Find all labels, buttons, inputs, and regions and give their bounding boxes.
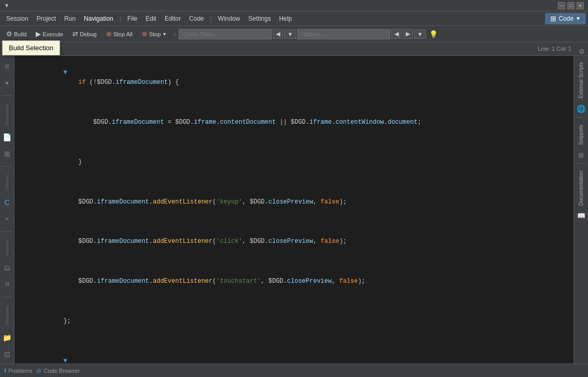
stop-label: Stop [149,31,161,37]
execute-label: Execute [42,31,63,37]
sidebar-icon-4[interactable]: ⊟ [1,278,13,291]
sidebar-projects-icon[interactable]: 🗂 [1,262,13,274]
sidebar-sep-4 [2,297,12,297]
menu-edit[interactable]: Edit [141,13,160,24]
settings-gear-icon[interactable]: ⚙ [576,48,588,55]
title-bar-controls: ─ □ ✕ [558,2,584,9]
code-editor[interactable]: ▼ if (!$DGD.iframeDocument) { $DGD.ifram… [14,56,574,364]
sidebar-collapse-icon[interactable]: ☰ [1,60,13,72]
code-btn-arrow: ▼ [576,16,581,21]
menu-session[interactable]: Session [2,13,33,24]
stop-all-button[interactable]: ⊗ Stop All [102,28,137,39]
toolbar: ⚙ Build ▶ Execute ⇄ Debug ⊗ Stop All ⊗ S… [0,26,588,42]
sidebar-documentation-label[interactable]: Documentation [576,167,586,210]
toolbar-sep-1: » [172,31,178,38]
build-selection-tooltip: Build Selection [2,40,60,55]
menu-editor[interactable]: Editor [160,13,185,24]
code-line: }; [19,297,569,337]
sidebar-filesystem-icon[interactable]: 📁 [1,331,13,344]
code-line: } [19,138,569,178]
menu-window[interactable]: Window [214,13,244,24]
code-line [19,336,569,346]
sidebar-icon-2[interactable]: ⊞ [1,148,13,160]
menu-project[interactable]: Project [33,13,60,24]
build-selection-label: Build Selection [9,44,53,52]
menu-run[interactable]: Run [60,13,80,24]
code-btn-label: Code [558,15,574,22]
sidebar-snippets-icon[interactable]: ⊞ [577,150,585,160]
menu-bar: Session Project Run Navigation | File Ed… [0,11,588,26]
sidebar-docs-icon[interactable]: 📄 [1,131,13,143]
problems-icon: ℹ [4,367,6,374]
outline-forward-button[interactable]: ▶ [403,29,413,39]
minimize-button[interactable]: ─ [558,2,565,9]
fold-arrow[interactable]: ▼ [63,69,67,76]
lightbulb-icon[interactable]: 💡 [429,30,438,38]
execute-icon: ▶ [36,30,41,38]
menu-file[interactable]: File [123,13,141,24]
sidebar-sep-3 [2,231,12,232]
menu-navigation[interactable]: Navigation [80,13,117,24]
code-button[interactable]: ⊞ Code ▼ [545,13,586,24]
code-lines: ▼ if (!$DGD.iframeDocument) { $DGD.ifram… [14,58,574,364]
nav-dropdown-button[interactable]: ▼ [284,30,296,39]
outline-arrows: ◀ ▶ ▼ [391,29,426,39]
code-line: $DGD.iframeDocument = $DGD.iframe.conten… [19,98,569,138]
outline-back-button[interactable]: ◀ [391,29,402,39]
editor-container: ▼ if (!$DGD.iframeDocument) { $DGD.ifram… [14,56,574,364]
sidebar-expand-icon[interactable]: ▼ [1,77,13,89]
debug-icon: ⇄ [72,30,78,38]
code-browser-item[interactable]: ◎ Code Browser [36,367,80,374]
status-bar: ℹ Problems ◎ Code Browser [0,364,588,377]
sidebar-icon-3[interactable]: ≡ [1,213,13,225]
code-line: ▼ $DGD.closePreview = function () { [19,346,569,364]
quick-open-input[interactable] [179,29,272,39]
line-col-display: Line: 1 Col: 1 [534,42,576,55]
menu-sep-1: | [117,15,123,22]
build-icon: ⚙ [6,30,12,38]
debug-button[interactable]: ⇄ Debug [68,28,100,39]
stop-dropdown-icon: ▼ [163,32,167,37]
build-button[interactable]: ⚙ Build [2,28,31,39]
sidebar-snippets-label[interactable]: Snippets [576,121,586,149]
sidebar-classes-label: Classes [5,175,9,190]
right-sidebar-sep-1 [576,117,586,118]
menu-code[interactable]: Code [185,13,208,24]
sidebar-filesystem-label: Filesystem [5,306,9,325]
close-button[interactable]: ✕ [577,2,584,9]
execute-button[interactable]: ▶ Execute [32,28,67,39]
tab-area: ◀ ▼ preview.js ✕ Line: 1 Col: 1 ⚙ [0,42,588,56]
problems-item[interactable]: ℹ Problems [4,367,32,374]
menu-settings[interactable]: Settings [244,13,275,24]
code-browser-label: Code Browser [43,368,80,374]
code-browser-icon: ◎ [36,367,41,374]
stop-button[interactable]: ⊗ Stop ▼ [138,28,171,39]
sidebar-sep-2 [2,166,12,167]
maximize-button[interactable]: □ [567,2,575,9]
title-bar-icon: ▼ [4,3,9,8]
debug-label: Debug [80,31,96,37]
title-bar: ▼ ─ □ ✕ [0,0,588,11]
sidebar-doc-icon[interactable]: 📖 [576,211,586,221]
outline-dropdown-button[interactable]: ▼ [414,30,426,39]
stop-icon: ⊗ [142,30,148,38]
fold-arrow-2[interactable]: ▼ [63,357,67,364]
right-sidebar-sep-2 [576,163,586,164]
stop-all-label: Stop All [113,31,133,37]
sidebar-projects-label: Projects [5,240,9,255]
sidebar-documents-label: Documents [5,104,9,125]
nav-back-button[interactable]: ◀ [273,29,283,39]
menu-help[interactable]: Help [275,13,296,24]
sidebar-classes-icon[interactable]: C [1,196,13,209]
outline-input[interactable] [297,29,390,39]
stop-all-icon: ⊗ [106,30,112,38]
code-line: $DGD.iframeDocument.addEventListener('ke… [19,177,569,217]
left-sidebar: ☰ ▼ Documents 📄 ⊞ Classes C ≡ Projects 🗂… [0,56,14,364]
sidebar-sep-1 [2,95,12,96]
sidebar-icon-5[interactable]: ⊡ [1,348,13,360]
menu-sep-2: | [208,15,214,22]
build-label: Build [14,31,26,37]
sidebar-external-scripts-label[interactable]: External Scripts [576,58,586,103]
problems-label: Problems [8,368,32,374]
sidebar-external-icon[interactable]: 🌐 [576,104,586,114]
